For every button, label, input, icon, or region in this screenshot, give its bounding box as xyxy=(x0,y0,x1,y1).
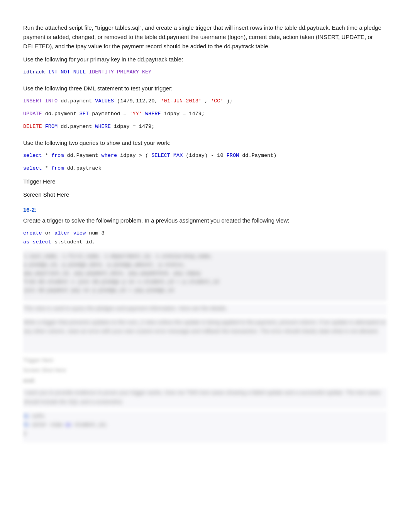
blurred-paragraph-1: This view is used to query the pledges a… xyxy=(23,304,387,315)
section-16-2: 16-2: Create a trigger to solve the foll… xyxy=(23,206,387,443)
primary-key-label: Use the following for your primary key i… xyxy=(23,55,387,64)
insert-code: INSERT INTO dd.payment VALUES (1479,112,… xyxy=(23,97,387,106)
queries-section: Use the following two queries to show an… xyxy=(23,138,387,199)
section-16-2-desc: Create a trigger to solve the following … xyxy=(23,216,387,225)
section-label-16-2: 16-2: xyxy=(23,206,387,213)
primary-key-code: idtrack INT NOT NULL IDENTITY PRIMARY KE… xyxy=(23,68,387,77)
dml-label: Use the following three DML statement to… xyxy=(23,84,387,93)
delete-code: DELETE FROM dd.payment WHERE idpay = 147… xyxy=(23,122,387,131)
query1-code: select * from dd.Payment where idpay > (… xyxy=(23,151,387,160)
blurred-labels: Trigger Here Screen Shot Here xyxy=(23,356,387,375)
dml-section: Use the following three DML statement to… xyxy=(23,84,387,131)
queries-label: Use the following two queries to show an… xyxy=(23,138,387,148)
screen-shot-here: Screen Shot Here xyxy=(23,190,387,199)
view-code: create or alter view num_3 as select s.s… xyxy=(23,229,387,247)
blurred-trigger-desc: Write a trigger that prevents updates to… xyxy=(23,318,387,353)
page-content: Run the attached script file, "trigger t… xyxy=(23,23,387,442)
intro-section: Run the attached script file, "trigger t… xyxy=(23,23,387,77)
update-code: UPDATE dd.payment SET paymethod = 'YY' W… xyxy=(23,110,387,119)
trigger-here: Trigger Here xyxy=(23,177,387,186)
end-label-section: end: xyxy=(23,376,387,385)
query2-code: select * from dd.paytrack xyxy=(23,164,387,173)
blurred-test-desc: I want you to provide evidence to prove … xyxy=(23,388,387,408)
blurred-bottom-code: No info No alter view as student_id; p xyxy=(23,411,387,442)
intro-text: Run the attached script file, "trigger t… xyxy=(23,23,387,51)
blurred-content-1: s.last_name, s.first_name, s.department_… xyxy=(23,251,387,301)
